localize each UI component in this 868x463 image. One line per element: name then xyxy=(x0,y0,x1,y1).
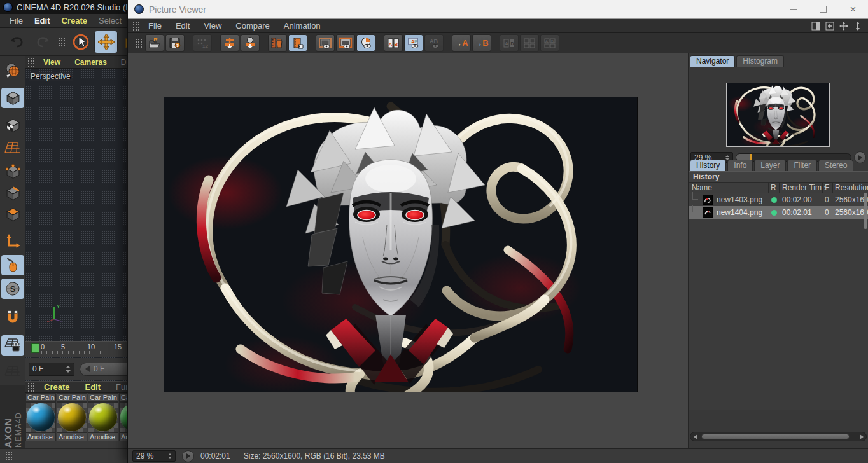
ab-vertical-button[interactable]: A B xyxy=(404,34,423,52)
model-mode-button[interactable] xyxy=(1,88,24,108)
swap-ab-button[interactable]: AD xyxy=(500,34,519,52)
column-resolution[interactable]: Resolution xyxy=(835,183,868,192)
move-tool-button[interactable] xyxy=(94,31,118,53)
pv-titlebar[interactable]: Picture Viewer × xyxy=(128,0,868,19)
history-render-time: 00:02:00 xyxy=(782,195,812,204)
render-status-icon xyxy=(771,197,777,203)
undo-button[interactable] xyxy=(5,31,29,53)
workplane-button[interactable] xyxy=(1,137,24,158)
current-frame-field[interactable]: 0 F xyxy=(29,363,74,376)
viewport-solo-button[interactable] xyxy=(1,255,24,275)
timeline-playhead[interactable] xyxy=(31,343,39,353)
points-mode-button[interactable] xyxy=(1,162,24,182)
layout-panel-icon[interactable] xyxy=(811,21,821,31)
tab-stereo[interactable]: Stereo xyxy=(818,160,853,171)
save-button[interactable]: ? xyxy=(165,34,185,52)
statusbar-grip[interactable] xyxy=(5,451,12,461)
show-image-button[interactable] xyxy=(316,34,335,52)
rendered-image[interactable] xyxy=(164,97,637,392)
material-tile[interactable]: Car Pain Anodise xyxy=(57,393,87,441)
pv-canvas[interactable] xyxy=(128,53,688,448)
close-button[interactable]: × xyxy=(838,0,868,18)
history-row[interactable]: new1403.png 00:02:00 0 2560x1600 xyxy=(689,193,868,206)
pv-menu-compare[interactable]: Compare xyxy=(228,21,276,31)
scroll-right-icon[interactable] xyxy=(860,434,864,439)
ab-grid-button[interactable] xyxy=(520,34,539,52)
viewport-menu-cameras[interactable]: Cameras xyxy=(67,58,114,67)
c4d-menu-select[interactable]: Select xyxy=(93,16,127,25)
c4d-menu-create[interactable]: Create xyxy=(56,16,93,25)
c4d-menu-edit[interactable]: Edit xyxy=(29,16,56,25)
minimize-button[interactable] xyxy=(778,0,808,18)
compare-frame-button[interactable] xyxy=(336,34,355,52)
screen: CINEMA 4D R20.026 Studio (RC - R File Ed… xyxy=(0,0,868,463)
column-name[interactable]: Name xyxy=(692,183,712,192)
scroll-left-button[interactable] xyxy=(690,434,701,439)
live-selection-button[interactable] xyxy=(69,31,92,53)
axis-globe-button[interactable] xyxy=(1,60,24,80)
tab-history[interactable]: History xyxy=(690,160,726,171)
ab-blend-button[interactable]: AB xyxy=(424,34,444,52)
pv-menu-view[interactable]: View xyxy=(197,21,228,31)
texture-mode-button[interactable] xyxy=(1,115,24,135)
status-play-button[interactable] xyxy=(182,450,194,462)
svg-text:?: ? xyxy=(176,43,179,48)
edges-mode-button[interactable] xyxy=(1,183,24,204)
frame-spinner[interactable] xyxy=(66,366,71,373)
tab-histogram[interactable]: Histogram xyxy=(736,55,784,67)
scrollbar-thumb[interactable] xyxy=(701,434,850,439)
maximize-button[interactable] xyxy=(808,0,838,18)
polygons-mode-button[interactable] xyxy=(1,204,24,225)
snap-s-button[interactable]: S xyxy=(1,279,24,299)
history-row-selected[interactable]: new1404.png 00:02:01 0 2560x1600 xyxy=(689,206,868,219)
navigator-thumbnail[interactable] xyxy=(726,83,830,147)
pv-menu-file[interactable]: File xyxy=(141,21,169,31)
viewport-menu-view[interactable]: View xyxy=(36,58,67,67)
set-as-b-button[interactable]: → B xyxy=(472,34,491,52)
exposure-button[interactable] xyxy=(356,34,375,52)
material-menu-edit[interactable]: Edit xyxy=(77,382,108,392)
add-panel-icon[interactable] xyxy=(825,21,835,31)
set-as-a-button[interactable]: → A xyxy=(452,34,471,52)
horizontal-scrollbar[interactable] xyxy=(690,432,867,441)
material-menu-create[interactable]: Create xyxy=(36,382,77,392)
redo-button[interactable] xyxy=(31,31,54,53)
tab-navigator[interactable]: Navigator xyxy=(690,55,735,67)
tab-filter[interactable]: Filter xyxy=(787,160,817,171)
ab-table-button[interactable]: AB xyxy=(540,34,559,52)
status-zoom-spinner[interactable] xyxy=(168,453,172,459)
move-to-viewer-button[interactable] xyxy=(220,34,239,52)
history-delete-button[interactable] xyxy=(268,34,287,52)
open-button[interactable] xyxy=(145,34,164,52)
tab-layer[interactable]: Layer xyxy=(754,160,786,171)
compare-remove-button[interactable] xyxy=(288,34,307,52)
ab-horizontal-button[interactable]: A B xyxy=(384,34,403,52)
material-grip[interactable] xyxy=(27,382,34,392)
pv-menubar-grip[interactable] xyxy=(132,21,139,31)
move-panel-icon[interactable] xyxy=(839,21,849,31)
enable-workplane-button[interactable] xyxy=(1,361,24,382)
status-zoom-field[interactable]: 29 % xyxy=(132,450,176,462)
vertical-scrollbar[interactable] xyxy=(864,193,867,229)
picture-viewer-window: Picture Viewer × File Edit View Compare … xyxy=(127,0,868,463)
tab-info[interactable]: Info xyxy=(727,160,753,171)
toolbar-grip[interactable] xyxy=(58,37,65,47)
pv-statusbar: 29 % 00:02:01 Size: 2560x1600, RGB (16 B… xyxy=(128,448,868,463)
circle-eye-icon xyxy=(359,37,373,50)
column-f[interactable]: F xyxy=(825,183,829,192)
axis-mode-button[interactable] xyxy=(1,232,24,252)
resize-vertical-icon[interactable] xyxy=(853,21,863,31)
viewport-grip[interactable] xyxy=(27,57,34,67)
column-render-time[interactable]: Render Time xyxy=(782,183,826,192)
pv-menu-animation[interactable]: Animation xyxy=(277,21,328,31)
c4d-menu-file[interactable]: File xyxy=(4,16,29,25)
lock-workplane-button[interactable] xyxy=(1,335,24,356)
snap-magnet-button[interactable] xyxy=(1,307,24,328)
copy-to-viewer-button[interactable] xyxy=(241,34,260,52)
material-tile[interactable]: Car Pain Anodise xyxy=(25,393,56,441)
material-tile[interactable]: Car Pain Anodise xyxy=(88,393,118,441)
column-r[interactable]: R xyxy=(771,183,776,192)
pv-toolbar-grip[interactable] xyxy=(135,38,142,48)
convert-button[interactable]: 12 xyxy=(193,34,212,52)
pv-menu-edit[interactable]: Edit xyxy=(169,21,197,31)
